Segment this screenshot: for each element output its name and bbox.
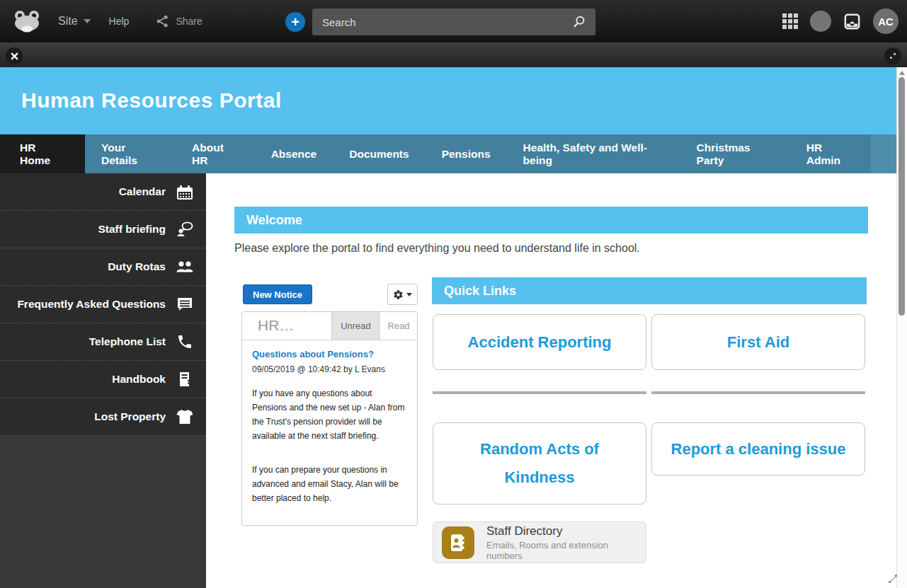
site-menu-label: Site	[58, 15, 78, 28]
screen-icon[interactable]	[843, 12, 862, 31]
sidebar-item-lost-property[interactable]: Lost Property	[0, 398, 206, 436]
quick-link-report-cleaning-issue[interactable]: Report a cleaning issue	[651, 422, 865, 475]
notice-board-widget: HR… Unread Read Questions about Pensions…	[241, 311, 418, 526]
sidebar: Calendar Staff briefing Duty Rotas	[0, 173, 206, 588]
tab-absence[interactable]: Absence	[255, 134, 333, 173]
search-icon[interactable]	[571, 14, 587, 30]
notice-meta: 09/05/2019 @ 10:49:42 by L Evans	[252, 364, 407, 374]
person-speech-icon	[176, 220, 194, 238]
nav-overflow-area	[871, 134, 896, 173]
quick-link-accident-reporting[interactable]: Accident Reporting	[433, 314, 646, 370]
welcome-banner: Welcome	[234, 207, 868, 234]
widget-settings-button[interactable]	[387, 284, 418, 305]
frog-logo-icon[interactable]	[11, 10, 42, 33]
divider	[433, 391, 646, 394]
notice-body-paragraph: If you can prepare your questions in adv…	[252, 463, 407, 505]
sidebar-item-calendar[interactable]: Calendar	[0, 173, 206, 211]
user-avatar[interactable]: AC	[873, 8, 899, 34]
hr-portal-page: Site Help Share +	[0, 0, 907, 588]
notice-board-title: HR…	[242, 312, 331, 340]
calendar-icon	[176, 183, 194, 201]
sidebar-item-duty-rotas[interactable]: Duty Rotas	[0, 248, 206, 286]
vertical-scrollbar[interactable]	[896, 67, 907, 588]
portal-header: Human Resources Portal	[0, 67, 896, 134]
phone-icon	[176, 333, 194, 351]
sidebar-item-faq[interactable]: Frequently Asked Questions	[0, 286, 206, 323]
search-box	[312, 8, 595, 35]
help-menu-label: Help	[109, 16, 130, 27]
expand-icon	[889, 52, 897, 60]
people-icon	[176, 258, 194, 276]
tab-read[interactable]: Read	[380, 312, 417, 340]
divider	[651, 391, 865, 394]
top-bar: Site Help Share +	[0, 0, 907, 42]
scroll-up-arrow-icon[interactable]	[899, 71, 905, 75]
notice-body-paragraph: If you have any questions about Pensions…	[252, 386, 407, 443]
tab-unread[interactable]: Unread	[331, 312, 380, 340]
site-menu[interactable]: Site	[58, 15, 91, 28]
expand-button[interactable]	[884, 47, 901, 64]
staff-directory-link[interactable]: Staff Directory Emails, Rooms and extens…	[433, 521, 646, 563]
tab-christmas-party[interactable]: Christmas Party	[680, 134, 790, 173]
new-notice-button[interactable]: New Notice	[243, 284, 312, 304]
share-label: Share	[176, 16, 202, 27]
top-bar-right: AC	[782, 0, 899, 42]
tab-documents[interactable]: Documents	[333, 134, 425, 173]
tab-your-details[interactable]: Your Details	[85, 134, 176, 173]
main-nav: HR Home Your Details About HR Absence Do…	[0, 134, 896, 173]
notice-board-header: HR… Unread Read	[242, 312, 417, 340]
close-button[interactable]	[6, 47, 23, 64]
presence-status-icon[interactable]	[810, 11, 831, 32]
page-title: Human Resources Portal	[21, 88, 896, 113]
chevron-down-icon	[406, 293, 412, 296]
notice-item: Questions about Pensions? 09/05/2019 @ 1…	[242, 340, 417, 514]
sidebar-empty-area	[0, 436, 206, 588]
address-book-icon	[442, 526, 474, 559]
chevron-down-icon	[84, 19, 91, 23]
gear-icon	[393, 289, 404, 300]
quick-link-random-acts-of-kindness[interactable]: Random Acts of Kindness	[433, 422, 646, 505]
staff-directory-title: Staff Directory	[486, 524, 646, 538]
quick-links-banner: Quick Links	[432, 277, 867, 304]
welcome-intro-text: Please explore the portal to find everyt…	[234, 242, 640, 255]
sidebar-item-telephone-list[interactable]: Telephone List	[0, 323, 206, 361]
staff-directory-text: Staff Directory Emails, Rooms and extens…	[486, 524, 646, 561]
search-input[interactable]	[312, 16, 571, 28]
quick-link-first-aid[interactable]: First Aid	[651, 314, 865, 370]
tab-pensions[interactable]: Pensions	[426, 134, 507, 173]
staff-directory-subtitle: Emails, Rooms and extension numbers	[486, 540, 646, 561]
share-button[interactable]: Share	[156, 14, 202, 28]
apps-grid-icon[interactable]	[782, 13, 799, 30]
add-button[interactable]: +	[285, 12, 305, 32]
notice-title-link[interactable]: Questions about Pensions?	[252, 349, 407, 359]
tab-hr-admin[interactable]: HR Admin	[790, 134, 871, 173]
tab-hr-home[interactable]: HR Home	[0, 134, 85, 173]
scrollbar-thumb[interactable]	[899, 77, 905, 316]
toolbar-bar	[0, 42, 907, 67]
sidebar-item-handbook[interactable]: Handbook	[0, 361, 206, 398]
close-icon	[11, 52, 18, 60]
chat-lines-icon	[176, 295, 194, 313]
sidebar-item-staff-briefing[interactable]: Staff briefing	[0, 211, 206, 248]
main-content: Welcome Please explore the portal to fin…	[206, 173, 896, 588]
handbook-icon	[176, 370, 194, 388]
share-icon	[156, 14, 170, 28]
help-menu[interactable]: Help	[109, 16, 130, 27]
tshirt-icon	[176, 408, 194, 426]
tab-health-safety[interactable]: Health, Safety and Well-being	[507, 134, 680, 173]
tab-about-hr[interactable]: About HR	[176, 134, 255, 173]
resize-grip-icon	[887, 573, 899, 584]
